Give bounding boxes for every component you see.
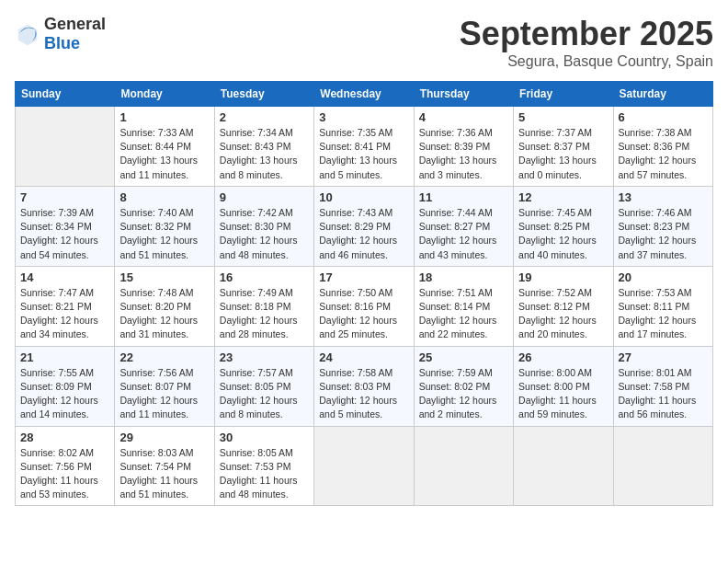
calendar-cell: 6Sunrise: 7:38 AMSunset: 8:36 PMDaylight… — [613, 107, 712, 187]
calendar-table: SundayMondayTuesdayWednesdayThursdayFrid… — [15, 81, 713, 506]
logo-general: General — [44, 15, 106, 33]
header-sunday: Sunday — [16, 82, 115, 107]
cell-info: Sunrise: 7:57 AMSunset: 8:05 PMDaylight:… — [220, 366, 309, 422]
calendar-cell: 8Sunrise: 7:40 AMSunset: 8:32 PMDaylight… — [115, 186, 214, 266]
logo-text: General Blue — [44, 15, 106, 53]
calendar-week-4: 21Sunrise: 7:55 AMSunset: 8:09 PMDayligh… — [16, 346, 713, 426]
cell-info: Sunrise: 7:52 AMSunset: 8:12 PMDaylight:… — [518, 286, 608, 342]
location: Segura, Basque Country, Spain — [460, 53, 713, 70]
day-number: 4 — [419, 110, 508, 124]
cell-info: Sunrise: 7:59 AMSunset: 8:02 PMDaylight:… — [419, 366, 508, 422]
calendar-cell — [613, 426, 712, 506]
calendar-cell: 28Sunrise: 8:02 AMSunset: 7:56 PMDayligh… — [16, 426, 115, 506]
calendar-cell: 16Sunrise: 7:49 AMSunset: 8:18 PMDayligh… — [214, 266, 313, 346]
day-number: 5 — [518, 110, 608, 124]
month-title: September 2025 — [460, 15, 713, 53]
day-number: 23 — [220, 350, 309, 364]
day-number: 30 — [220, 431, 309, 444]
calendar-cell: 26Sunrise: 8:00 AMSunset: 8:00 PMDayligh… — [514, 346, 613, 426]
calendar-cell: 30Sunrise: 8:05 AMSunset: 7:53 PMDayligh… — [214, 426, 313, 506]
day-number: 24 — [319, 350, 408, 364]
day-number: 6 — [619, 110, 708, 124]
day-number: 12 — [518, 190, 608, 204]
day-number: 21 — [20, 350, 109, 364]
day-number: 2 — [220, 110, 309, 124]
header-saturday: Saturday — [613, 82, 712, 107]
logo: General Blue — [15, 15, 106, 53]
cell-info: Sunrise: 7:48 AMSunset: 8:20 PMDaylight:… — [119, 286, 209, 342]
calendar-cell: 12Sunrise: 7:45 AMSunset: 8:25 PMDayligh… — [514, 186, 613, 266]
calendar-cell: 29Sunrise: 8:03 AMSunset: 7:54 PMDayligh… — [115, 426, 214, 506]
cell-info: Sunrise: 7:56 AMSunset: 8:07 PMDaylight:… — [119, 366, 209, 422]
calendar-cell — [514, 426, 613, 506]
calendar-cell: 10Sunrise: 7:43 AMSunset: 8:29 PMDayligh… — [314, 186, 414, 266]
calendar-cell: 25Sunrise: 7:59 AMSunset: 8:02 PMDayligh… — [414, 346, 513, 426]
calendar-header-row: SundayMondayTuesdayWednesdayThursdayFrid… — [16, 82, 713, 107]
cell-info: Sunrise: 7:53 AMSunset: 8:11 PMDaylight:… — [619, 286, 708, 342]
cell-info: Sunrise: 7:40 AMSunset: 8:32 PMDaylight:… — [119, 206, 209, 262]
cell-info: Sunrise: 7:50 AMSunset: 8:16 PMDaylight:… — [319, 286, 408, 342]
cell-info: Sunrise: 7:35 AMSunset: 8:41 PMDaylight:… — [319, 126, 408, 182]
calendar-cell: 13Sunrise: 7:46 AMSunset: 8:23 PMDayligh… — [613, 186, 712, 266]
calendar-cell: 19Sunrise: 7:52 AMSunset: 8:12 PMDayligh… — [514, 266, 613, 346]
day-number: 28 — [20, 431, 109, 444]
day-number: 14 — [20, 270, 109, 284]
logo-blue: Blue — [44, 34, 80, 52]
day-number: 10 — [319, 190, 408, 204]
cell-info: Sunrise: 7:46 AMSunset: 8:23 PMDaylight:… — [619, 206, 708, 262]
cell-info: Sunrise: 8:01 AMSunset: 7:58 PMDaylight:… — [619, 366, 708, 422]
calendar-cell: 7Sunrise: 7:39 AMSunset: 8:34 PMDaylight… — [16, 186, 115, 266]
header-wednesday: Wednesday — [314, 82, 414, 107]
day-number: 29 — [119, 431, 209, 444]
day-number: 3 — [319, 110, 408, 124]
cell-info: Sunrise: 8:02 AMSunset: 7:56 PMDaylight:… — [20, 446, 109, 502]
cell-info: Sunrise: 7:58 AMSunset: 8:03 PMDaylight:… — [319, 366, 408, 422]
page-header: General Blue September 2025 Segura, Basq… — [15, 15, 713, 70]
day-number: 11 — [419, 190, 508, 204]
header-thursday: Thursday — [414, 82, 513, 107]
calendar-cell: 22Sunrise: 7:56 AMSunset: 8:07 PMDayligh… — [115, 346, 214, 426]
header-tuesday: Tuesday — [214, 82, 313, 107]
calendar-cell: 4Sunrise: 7:36 AMSunset: 8:39 PMDaylight… — [414, 107, 513, 187]
calendar-cell: 11Sunrise: 7:44 AMSunset: 8:27 PMDayligh… — [414, 186, 513, 266]
day-number: 18 — [419, 270, 508, 284]
cell-info: Sunrise: 7:51 AMSunset: 8:14 PMDaylight:… — [419, 286, 508, 342]
cell-info: Sunrise: 7:37 AMSunset: 8:37 PMDaylight:… — [518, 126, 608, 182]
header-friday: Friday — [514, 82, 613, 107]
day-number: 19 — [518, 270, 608, 284]
cell-info: Sunrise: 8:03 AMSunset: 7:54 PMDaylight:… — [119, 446, 209, 502]
logo-icon — [15, 21, 40, 47]
day-number: 1 — [119, 110, 209, 124]
cell-info: Sunrise: 7:49 AMSunset: 8:18 PMDaylight:… — [220, 286, 309, 342]
calendar-cell: 27Sunrise: 8:01 AMSunset: 7:58 PMDayligh… — [613, 346, 712, 426]
calendar-week-3: 14Sunrise: 7:47 AMSunset: 8:21 PMDayligh… — [16, 266, 713, 346]
day-number: 7 — [20, 190, 109, 204]
day-number: 22 — [119, 350, 209, 364]
day-number: 26 — [518, 350, 608, 364]
day-number: 13 — [619, 190, 708, 204]
cell-info: Sunrise: 8:00 AMSunset: 8:00 PMDaylight:… — [518, 366, 608, 422]
cell-info: Sunrise: 7:44 AMSunset: 8:27 PMDaylight:… — [419, 206, 508, 262]
cell-info: Sunrise: 7:45 AMSunset: 8:25 PMDaylight:… — [518, 206, 608, 262]
calendar-cell — [414, 426, 513, 506]
calendar-cell: 3Sunrise: 7:35 AMSunset: 8:41 PMDaylight… — [314, 107, 414, 187]
calendar-cell: 17Sunrise: 7:50 AMSunset: 8:16 PMDayligh… — [314, 266, 414, 346]
cell-info: Sunrise: 7:47 AMSunset: 8:21 PMDaylight:… — [20, 286, 109, 342]
calendar-cell: 15Sunrise: 7:48 AMSunset: 8:20 PMDayligh… — [115, 266, 214, 346]
cell-info: Sunrise: 7:33 AMSunset: 8:44 PMDaylight:… — [119, 126, 209, 182]
calendar-cell: 18Sunrise: 7:51 AMSunset: 8:14 PMDayligh… — [414, 266, 513, 346]
day-number: 16 — [220, 270, 309, 284]
calendar-cell: 1Sunrise: 7:33 AMSunset: 8:44 PMDaylight… — [115, 107, 214, 187]
calendar-cell: 2Sunrise: 7:34 AMSunset: 8:43 PMDaylight… — [214, 107, 313, 187]
cell-info: Sunrise: 7:55 AMSunset: 8:09 PMDaylight:… — [20, 366, 109, 422]
day-number: 20 — [619, 270, 708, 284]
title-block: September 2025 Segura, Basque Country, S… — [460, 15, 713, 70]
day-number: 15 — [119, 270, 209, 284]
cell-info: Sunrise: 7:34 AMSunset: 8:43 PMDaylight:… — [220, 126, 309, 182]
cell-info: Sunrise: 7:43 AMSunset: 8:29 PMDaylight:… — [319, 206, 408, 262]
day-number: 9 — [220, 190, 309, 204]
calendar-cell: 20Sunrise: 7:53 AMSunset: 8:11 PMDayligh… — [613, 266, 712, 346]
calendar-cell — [314, 426, 414, 506]
day-number: 27 — [619, 350, 708, 364]
calendar-cell: 9Sunrise: 7:42 AMSunset: 8:30 PMDaylight… — [214, 186, 313, 266]
